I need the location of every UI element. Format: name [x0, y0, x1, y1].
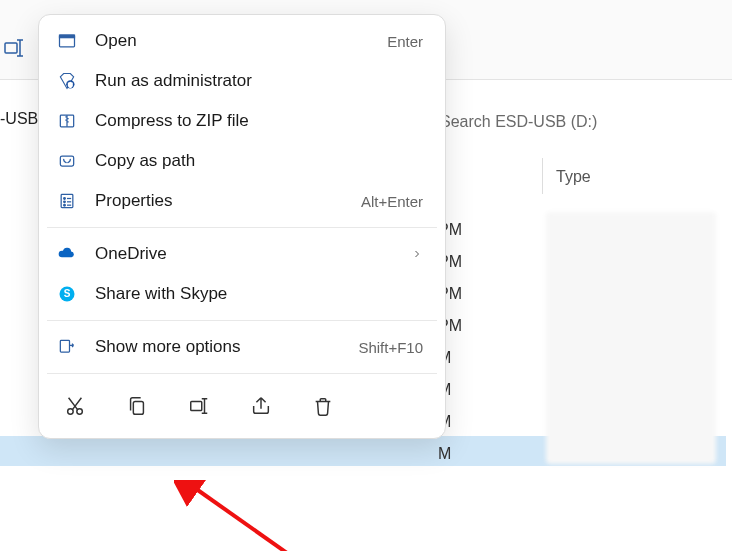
menu-zip-label: Compress to ZIP file — [87, 111, 423, 131]
menu-run-as-administrator[interactable]: Run as administrator — [39, 61, 445, 101]
menu-properties-label: Properties — [87, 191, 361, 211]
annotation-arrow — [174, 480, 324, 551]
menu-separator — [47, 373, 437, 374]
svg-rect-15 — [133, 401, 143, 414]
menu-admin-label: Run as administrator — [87, 71, 423, 91]
copy-path-icon — [57, 151, 87, 171]
menu-share-skype[interactable]: S Share with Skype — [39, 274, 445, 314]
column-header-type[interactable]: Type — [556, 168, 591, 186]
menu-separator — [47, 227, 437, 228]
menu-more-shortcut: Shift+F10 — [358, 339, 423, 356]
shield-icon — [57, 71, 87, 91]
breadcrumb-tail: -USB — [0, 110, 38, 128]
rename-action-icon — [188, 395, 210, 417]
cut-button[interactable] — [63, 394, 87, 418]
menu-properties[interactable]: Properties Alt+Enter — [39, 181, 445, 221]
context-menu: Open Enter Run as administrator Compress… — [38, 14, 446, 439]
chevron-right-icon — [411, 248, 423, 260]
column-divider — [542, 158, 543, 194]
svg-rect-5 — [60, 156, 73, 166]
svg-point-7 — [64, 198, 66, 200]
menu-compress-zip[interactable]: Compress to ZIP file — [39, 101, 445, 141]
menu-open[interactable]: Open Enter — [39, 21, 445, 61]
svg-text:S: S — [64, 288, 71, 299]
blurred-preview — [546, 212, 716, 464]
svg-rect-0 — [5, 43, 17, 53]
see-more-button[interactable] — [492, 30, 540, 64]
svg-line-17 — [192, 486, 304, 551]
search-input[interactable] — [440, 108, 710, 136]
rename-button[interactable] — [187, 394, 211, 418]
svg-rect-12 — [60, 340, 69, 352]
properties-icon — [57, 191, 87, 211]
share-button[interactable] — [249, 394, 273, 418]
skype-icon: S — [57, 284, 87, 304]
open-icon — [57, 31, 87, 51]
menu-skype-label: Share with Skype — [87, 284, 423, 304]
menu-properties-shortcut: Alt+Enter — [361, 193, 423, 210]
svg-point-9 — [64, 204, 66, 206]
menu-open-shortcut: Enter — [387, 33, 423, 50]
menu-copy-as-path[interactable]: Copy as path — [39, 141, 445, 181]
svg-rect-16 — [191, 401, 202, 410]
onedrive-icon — [57, 244, 87, 264]
svg-point-8 — [64, 201, 66, 203]
copy-button[interactable] — [125, 394, 149, 418]
action-icon-row — [39, 380, 445, 432]
menu-onedrive-label: OneDrive — [87, 244, 411, 264]
menu-more-label: Show more options — [87, 337, 358, 357]
delete-button[interactable] — [311, 394, 335, 418]
copy-icon — [126, 395, 148, 417]
zip-icon — [57, 111, 87, 131]
menu-separator — [47, 320, 437, 321]
cut-icon — [64, 395, 86, 417]
menu-show-more-options[interactable]: Show more options Shift+F10 — [39, 327, 445, 367]
table-row[interactable]: M — [438, 438, 462, 470]
show-more-icon — [57, 337, 87, 357]
rename-icon[interactable] — [2, 36, 26, 60]
svg-rect-2 — [60, 35, 75, 38]
delete-icon — [312, 395, 334, 417]
menu-onedrive[interactable]: OneDrive — [39, 234, 445, 274]
menu-open-label: Open — [87, 31, 387, 51]
share-icon — [250, 395, 272, 417]
menu-copypath-label: Copy as path — [87, 151, 423, 171]
